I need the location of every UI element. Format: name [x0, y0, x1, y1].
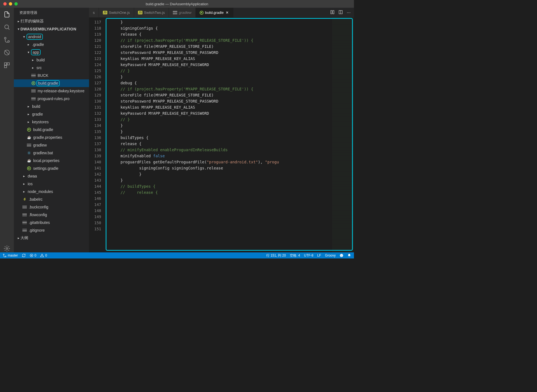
- section-project[interactable]: ▾DWASSEMBLYAPPLICATION: [14, 25, 89, 33]
- file-tree: ▸打开的编辑器 ▾DWASSEMBLYAPPLICATION ▾android▸…: [14, 17, 89, 252]
- tree-item-label: .gitignore: [29, 228, 45, 232]
- tree-item-label: gradle: [32, 112, 43, 116]
- tree-item-label: android: [28, 35, 43, 39]
- tree-item-gradle.properties[interactable]: ☕gradle.properties: [14, 134, 89, 141]
- section-outline[interactable]: ▸大纲: [14, 234, 89, 242]
- cursor-position[interactable]: 行 151, 列 20: [266, 253, 286, 258]
- js-icon: JS: [103, 11, 107, 14]
- tree-item-gradlew[interactable]: gradlew: [14, 141, 89, 149]
- tree-item-.gitattributes[interactable]: .gitattributes: [14, 219, 89, 226]
- tree-item-android[interactable]: ▾android: [14, 33, 89, 41]
- svg-point-11: [3, 254, 4, 255]
- tree-item-label: build.gradle: [33, 127, 53, 132]
- scm-icon[interactable]: [3, 36, 11, 44]
- tree-item-label: local.properties: [33, 158, 59, 163]
- git-branch[interactable]: master: [3, 254, 18, 257]
- svg-rect-5: [7, 63, 9, 65]
- tree-item-.babelrc[interactable]: 6.babelrc: [14, 195, 89, 203]
- tab-SwitchTwo.js[interactable]: JSSwitchTwo.js✕: [134, 8, 169, 17]
- status-bar: master 0 0 行 151, 列 20 空格: 4 UTF-8 LF Gr…: [0, 252, 354, 258]
- settings-icon[interactable]: [3, 245, 11, 252]
- extensions-icon[interactable]: [3, 61, 11, 69]
- errors[interactable]: 0: [30, 254, 37, 257]
- svg-point-2: [8, 41, 9, 42]
- window-title: build.gradle — DwAssemblyApplication: [146, 2, 208, 6]
- tree-item-label: dwaa: [28, 174, 37, 178]
- activity-bar: [0, 8, 14, 252]
- debug-icon[interactable]: [3, 49, 11, 56]
- tab-label: build.gradle: [205, 11, 224, 15]
- sidebar-title: 资源管理器: [14, 8, 89, 17]
- svg-point-12: [5, 256, 6, 257]
- sync-icon[interactable]: [22, 254, 26, 257]
- tree-item-label: keystores: [32, 120, 49, 124]
- close-icon[interactable]: ✕: [225, 11, 229, 15]
- tab-s[interactable]: s✕: [89, 8, 99, 17]
- tree-item-local.properties[interactable]: ☕local.properties: [14, 157, 89, 164]
- window-controls: [0, 2, 18, 6]
- sidebar: 资源管理器 ▸打开的编辑器 ▾DWASSEMBLYAPPLICATION ▾an…: [14, 8, 89, 252]
- split-icon[interactable]: [338, 10, 343, 15]
- tree-item-label: settings.gradle: [33, 166, 58, 171]
- tree-item-.gitignore[interactable]: .gitignore: [14, 226, 89, 234]
- tree-item-label: gradlew: [33, 143, 47, 147]
- encoding[interactable]: UTF-8: [304, 254, 313, 257]
- tab-build.gradle[interactable]: build.gradle✕: [196, 8, 233, 17]
- tree-item-label: .babelrc: [29, 197, 43, 202]
- tree-item-ios[interactable]: ▸ios: [14, 180, 89, 188]
- tree-item-.gradle[interactable]: ▸.gradle: [14, 41, 89, 48]
- close-window[interactable]: [3, 2, 7, 6]
- minimap[interactable]: [332, 17, 354, 252]
- tree-item-build.gradle[interactable]: build.gradle: [14, 126, 89, 134]
- bell-icon[interactable]: [347, 254, 351, 257]
- tree-item-gradlew.bat[interactable]: ⊞gradlew.bat: [14, 149, 89, 157]
- svg-point-1: [4, 37, 6, 39]
- svg-point-16: [342, 255, 342, 255]
- eol[interactable]: LF: [317, 254, 321, 257]
- tree-item-gradle[interactable]: ▸gradle: [14, 110, 89, 118]
- minimize-window[interactable]: [9, 2, 12, 6]
- code-area: 1171181191201211221231241251261271281291…: [89, 17, 354, 252]
- tree-item-build[interactable]: ▸build: [14, 56, 89, 64]
- tree-item-build.gradle[interactable]: build.gradle: [14, 79, 89, 87]
- tab-label: SwitchOne.js: [109, 11, 130, 15]
- tab-SwitchOne.js[interactable]: JSSwitchOne.js✕: [99, 8, 134, 17]
- tree-item-build[interactable]: ▸build: [14, 103, 89, 110]
- maximize-window[interactable]: [14, 2, 18, 6]
- svg-rect-6: [4, 66, 7, 68]
- tree-item-label: build: [32, 104, 40, 109]
- tree-item-settings.gradle[interactable]: settings.gradle: [14, 164, 89, 172]
- code-content[interactable]: } signingConfigs { release { // if (proj…: [106, 17, 332, 252]
- tree-item-my-release-dwkey.keystore[interactable]: my-release-dwkey.keystore: [14, 87, 89, 95]
- tab-label: s: [93, 11, 95, 15]
- tree-item-.buckconfig[interactable]: .buckconfig: [14, 203, 89, 211]
- language-mode[interactable]: Groovy: [325, 254, 336, 257]
- more-icon[interactable]: ⋯: [347, 11, 351, 15]
- tree-item-label: app: [32, 50, 41, 54]
- section-open-editors[interactable]: ▸打开的编辑器: [14, 17, 89, 25]
- search-icon[interactable]: [3, 23, 11, 31]
- tree-item-.flowconfig[interactable]: .flowconfig: [14, 211, 89, 219]
- tree-item-label: gradle.properties: [33, 135, 62, 140]
- tree-item-node_modules[interactable]: ▸node_modules: [14, 188, 89, 195]
- file-icon: [173, 11, 177, 15]
- gradle-icon: [200, 11, 204, 15]
- indent[interactable]: 空格: 4: [290, 253, 300, 258]
- tree-item-label: proguard-rules.pro: [38, 96, 69, 101]
- tree-item-proguard-rules.pro[interactable]: proguard-rules.pro: [14, 95, 89, 103]
- tab-label: SwitchTwo.js: [144, 11, 165, 15]
- tree-item-keystores[interactable]: ▸keystores: [14, 118, 89, 126]
- compare-icon[interactable]: [330, 10, 335, 15]
- tree-item-src[interactable]: ▸src: [14, 64, 89, 72]
- svg-point-7: [6, 248, 8, 249]
- tree-item-BUCK[interactable]: BUCK: [14, 72, 89, 79]
- tree-item-app[interactable]: ▾app: [14, 48, 89, 56]
- warnings[interactable]: 0: [40, 254, 47, 257]
- tree-item-label: node_modules: [28, 189, 53, 194]
- svg-rect-8: [331, 11, 332, 14]
- explorer-icon[interactable]: [3, 11, 11, 18]
- tab-label: gradlew: [179, 11, 192, 15]
- tree-item-dwaa[interactable]: ▸dwaa: [14, 172, 89, 180]
- feedback-icon[interactable]: [340, 254, 343, 257]
- tab-gradlew[interactable]: gradlew✕: [169, 8, 196, 17]
